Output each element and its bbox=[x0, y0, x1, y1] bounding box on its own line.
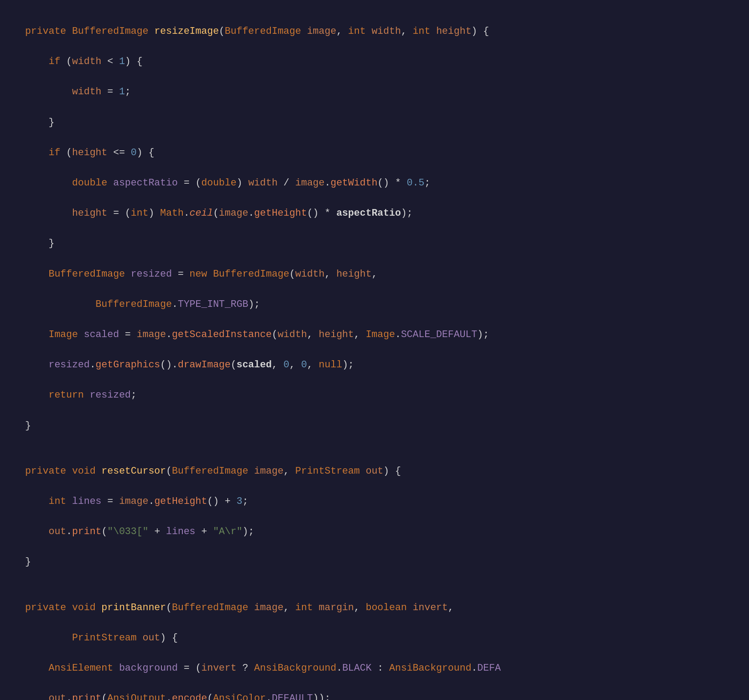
code-line: AnsiElement background = (invert ? AnsiB… bbox=[13, 661, 736, 676]
code-line: } bbox=[13, 418, 736, 434]
code-line: private void printBanner(BufferedImage i… bbox=[13, 600, 736, 616]
code-line: if (width < 1) { bbox=[13, 54, 736, 69]
code-line: } bbox=[13, 115, 736, 130]
code-line: } bbox=[13, 555, 736, 570]
code-line: height = (int) Math.ceil(image.getHeight… bbox=[13, 206, 736, 221]
code-line: if (height <= 0) { bbox=[13, 145, 736, 161]
code-line: Image scaled = image.getScaledInstance(w… bbox=[13, 327, 736, 342]
code-line: BufferedImage.TYPE_INT_RGB); bbox=[13, 297, 736, 312]
code-line: private BufferedImage resizeImage(Buffer… bbox=[13, 24, 736, 39]
code-line: BufferedImage resized = new BufferedImag… bbox=[13, 267, 736, 282]
code-line: out.print("\033[" + lines + "A\r"); bbox=[13, 524, 736, 539]
code-line: private void resetCursor(BufferedImage i… bbox=[13, 464, 736, 479]
code-line: return resized; bbox=[13, 388, 736, 403]
code-line: double aspectRatio = (double) width / im… bbox=[13, 176, 736, 191]
code-line: } bbox=[13, 236, 736, 251]
code-line: PrintStream out) { bbox=[13, 631, 736, 646]
code-line: int lines = image.getHeight() + 3; bbox=[13, 494, 736, 509]
code-line: resized.getGraphics().drawImage(scaled, … bbox=[13, 358, 736, 373]
code-line: width = 1; bbox=[13, 84, 736, 100]
code-editor: private BufferedImage resizeImage(Buffer… bbox=[13, 9, 736, 700]
code-line: out.print(AnsiOutput.encode(AnsiColor.DE… bbox=[13, 691, 736, 700]
